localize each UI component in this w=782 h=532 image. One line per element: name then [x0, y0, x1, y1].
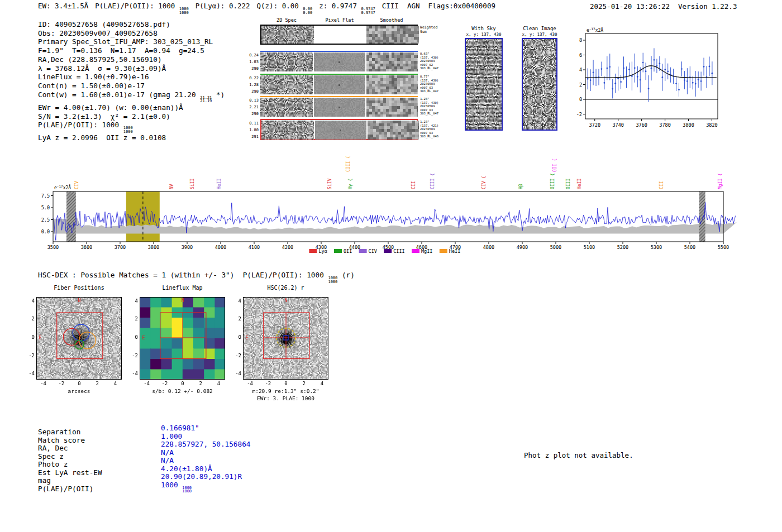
fiber-circle [97, 315, 113, 332]
fraction-bottom: 1000 [182, 490, 192, 493]
y-tick-label: -2 [26, 353, 35, 358]
x-tick-label: 3720 [589, 122, 600, 128]
legend-swatch [359, 249, 367, 253]
y-tick-label: -2 [232, 353, 241, 358]
data-point [593, 71, 594, 73]
x-tick-label: 4900 [517, 245, 528, 250]
cutout-smoothed-image [368, 121, 419, 140]
cutout-row-stats: 0.221.28290 [246, 75, 259, 95]
cutout-row [260, 96, 418, 117]
data-point [698, 79, 699, 80]
data-point [700, 80, 702, 82]
u3: x2Å [595, 27, 604, 33]
info-line-text: Primary Spec_Slot_IFU_AMP: 303_025_013_R… [38, 37, 213, 46]
line-fit-plot: 372037403760378038003820-202468e-17x2Å [570, 26, 737, 135]
legend-swatch [384, 249, 392, 253]
data-point [675, 83, 677, 84]
y-tick-label: -4 [232, 371, 241, 376]
data-point [603, 82, 605, 84]
fraction-bottom: 1000 [328, 280, 337, 284]
data-point [628, 69, 630, 70]
summary-label: Spec z [38, 452, 64, 461]
cutout-row-stats: 0.132.21290 [246, 97, 259, 117]
compass-north-label: N [182, 298, 184, 303]
y-tick-label: 2.5 [41, 217, 50, 223]
x-tick-label: -4 [245, 381, 256, 386]
weighted-2dspec-image [261, 26, 314, 44]
info-line-text: EWr = 4.00(±1.70) (w: 0.00(±nan))Å [38, 103, 183, 112]
summary-label: Match score [38, 436, 85, 444]
data-point [681, 68, 683, 70]
y-tick-label: 0.0 [41, 229, 50, 234]
withsky-coords: x, y: 137, 430 [460, 32, 507, 37]
emission-line-marker: Hβ [518, 184, 523, 189]
emission-line-marker: HeII [577, 179, 582, 189]
stat-value: 1.03 [246, 59, 259, 65]
fiber-circle [54, 300, 70, 317]
x-tick-label: 4 [316, 381, 327, 386]
fiber-circle [54, 358, 70, 375]
x-tick-label: 4200 [282, 245, 293, 250]
cutout-col-header-pixelflat: Pixel Flat [317, 17, 362, 23]
data-point [711, 73, 713, 74]
summary-value: 1.000 [161, 432, 182, 440]
y-tick-label: -2 [129, 353, 138, 358]
emission-line-marker: SiIV [327, 179, 332, 189]
cutout-row-annotation: 0.63"(137, 430)20230509v007_02303_RL_047 [420, 52, 446, 70]
info-line: F=1.9" T=0.136 N=1.17 A=0.94 g=24.5 [38, 46, 225, 55]
panel-title-lineflux-map: Lineflux Map [140, 285, 225, 291]
data-point [645, 70, 647, 72]
info-line: EWr = 4.00(±1.70) (w: 0.00(±nan))Å [38, 103, 225, 112]
legend-swatch [412, 249, 419, 253]
weighted-smoothed-image [366, 26, 419, 44]
info-line-text: Obs: 20230509v007_4090527658 [38, 29, 158, 37]
y-tick-label: 2 [232, 316, 241, 322]
y-tick-label: 0 [26, 334, 35, 340]
panel-overlay: NE [140, 297, 225, 380]
x-tick-label: 3700 [115, 245, 126, 250]
cutout-col-header-smoothed: Smoothed [369, 17, 414, 23]
withsky-image-frame [465, 38, 503, 131]
fiber-circle [45, 315, 62, 332]
info-line-text: P(LAE)/P(OII): 1000 [38, 121, 123, 129]
emission-line-marker: CIV { [481, 176, 487, 189]
data-point [703, 66, 705, 68]
summary-value: 20.90(20.89,20.91)R [161, 472, 242, 481]
y-tick-label: 4 [129, 298, 138, 304]
data-point [637, 76, 638, 78]
data-point [654, 59, 655, 61]
spacer [670, 2, 678, 11]
legend-swatch [334, 249, 342, 253]
emission-line-marker: CIV [74, 181, 79, 189]
info-line-text: S/N = 3.2(±1.3) χ² = 2.1(±0.0) [38, 112, 170, 121]
panel3-caption: m:20.9 re:1.3" s:0.2" [235, 388, 337, 394]
y-tick-label: -4 [129, 371, 138, 376]
info-line-text: F=1.9" T=0.136 N=1.17 A=0.94 g=24.5 [38, 46, 204, 55]
panel1-caption: arcsecs [36, 388, 122, 394]
stacked-fraction: 10001000 [328, 276, 337, 284]
stat-value: 1.80 [246, 127, 259, 133]
cutout-row [260, 119, 418, 140]
emission-line-marker: CIII { [430, 173, 435, 189]
fiber-circle [88, 358, 105, 375]
info-line: Cont(n) = 1.50(±0.00)e-17 [38, 82, 225, 90]
panel2-caption: s/b: 0.12 +/- 0.082 [140, 388, 225, 394]
x-tick-label: 4800 [483, 245, 494, 250]
cutout-smoothed-image [366, 52, 418, 71]
x-tick-label: 3900 [182, 245, 193, 250]
hsc-r-panel: NE-4-4-2-2002244 [243, 297, 328, 380]
data-point [601, 68, 603, 70]
fraction-bottom: 1000 [123, 130, 133, 134]
hsc-line-post: (r) [337, 271, 355, 279]
version-label: Version 1.22.3 [678, 2, 737, 11]
segment-text: P(Lyα): 0.222 [196, 2, 250, 10]
cutout-row [260, 74, 418, 95]
header-segment: EW: 3.4±1.5Å [38, 2, 88, 10]
clean-image-frame [522, 38, 557, 131]
data-point [692, 82, 694, 84]
info-line: λ = 3768.12Å σ = 9.30(±3.09)Å [38, 64, 225, 73]
summary-label: RA, Dec [38, 444, 68, 452]
full-spectrum-plot: 3500360037003800390040004100420043004400… [34, 150, 748, 261]
panel-overlay: NE [36, 297, 122, 380]
info-line: Primary Spec_Slot_IFU_AMP: 303_025_013_R… [38, 37, 225, 46]
